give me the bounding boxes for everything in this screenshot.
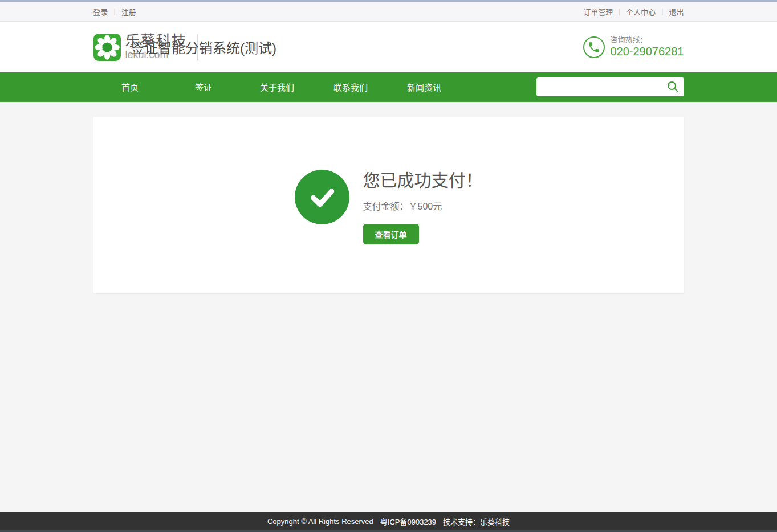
hotline-number: 020-29076281 (610, 44, 684, 59)
site-footer: Copyright © All Rights Reserved 粤ICP备090… (0, 512, 777, 532)
main-nav: 首页 签证 关于我们 联系我们 新闻资讯 (0, 72, 777, 102)
logout-link[interactable]: 退出 (669, 6, 684, 17)
payment-result-card: 您已成功支付！ 支付金额：￥500元 查看订单 (93, 117, 684, 293)
topbar-right-links: 订单管理 | 个人中心 | 退出 (583, 6, 684, 17)
search-icon (666, 80, 680, 93)
search-input[interactable] (542, 82, 665, 91)
view-order-button[interactable]: 查看订单 (363, 224, 419, 244)
personal-center-link[interactable]: 个人中心 (626, 6, 656, 17)
phone-icon (583, 36, 605, 59)
site-title: 签证智能分销系统(测试) (131, 37, 276, 57)
register-link[interactable]: 注册 (121, 6, 136, 17)
site-header: 乐葵科技 lekui.com 签证智能分销系统(测试) 咨询热线： 020-29… (0, 22, 777, 72)
hotline: 咨询热线： 020-29076281 (583, 35, 684, 59)
divider: | (661, 7, 663, 15)
nav-item-contact-us[interactable]: 联系我们 (314, 72, 388, 101)
nav-item-news[interactable]: 新闻资讯 (388, 72, 461, 101)
login-link[interactable]: 登录 (93, 6, 108, 17)
topbar-left-links: 登录 | 注册 (93, 6, 136, 17)
hotline-label: 咨询热线： (610, 35, 684, 44)
success-check-badge (295, 170, 349, 224)
sunflower-logo-icon (93, 34, 121, 61)
divider: | (619, 7, 620, 15)
checkmark-icon (304, 179, 340, 215)
footer-copyright: Copyright © All Rights Reserved (267, 517, 373, 526)
nav-item-visa[interactable]: 签证 (167, 72, 241, 101)
nav-item-home[interactable]: 首页 (93, 72, 167, 101)
payment-amount: 支付金额：￥500元 (363, 199, 483, 212)
order-management-link[interactable]: 订单管理 (583, 6, 613, 17)
payment-success-title: 您已成功支付！ (363, 171, 483, 191)
divider: | (114, 7, 116, 15)
footer-support: 技术支持：乐葵科技 (443, 516, 510, 527)
nav-items: 首页 签证 关于我们 联系我们 新闻资讯 (93, 72, 461, 101)
main-content: 您已成功支付！ 支付金额：￥500元 查看订单 (0, 102, 777, 512)
page: 登录 | 注册 订单管理 | 个人中心 | 退出 (0, 0, 777, 532)
search-button[interactable] (665, 79, 681, 95)
nav-item-about-us[interactable]: 关于我们 (241, 72, 314, 101)
footer-icp: 粤ICP备0903239 (380, 516, 436, 527)
search-box (536, 77, 684, 96)
top-utility-bar: 登录 | 注册 订单管理 | 个人中心 | 退出 (0, 0, 777, 22)
